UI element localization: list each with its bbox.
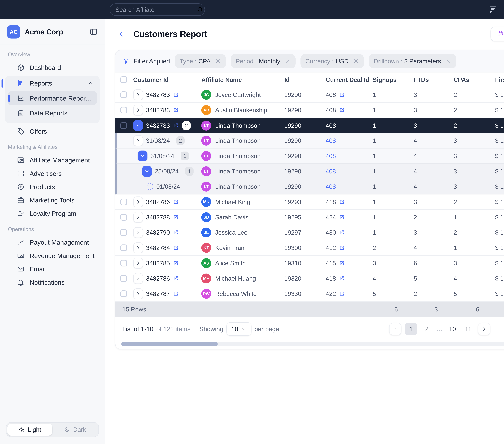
column-header-ftds[interactable]: FTDs — [414, 76, 454, 83]
current-deal-id[interactable]: 408 — [326, 137, 336, 144]
sidebar-item-dashboard[interactable]: Dashboard — [0, 61, 105, 74]
table-row[interactable]: 3482785ASAlice Smith19310415363$ 135.00$… — [115, 256, 504, 271]
remove-filter-icon[interactable] — [445, 58, 451, 64]
horizontal-scrollbar[interactable] — [121, 342, 504, 346]
table-row[interactable]: 34827832LTLinda Thompson19290408132$ 102… — [115, 118, 504, 133]
row-checkbox[interactable] — [120, 122, 127, 129]
sidebar-item-reports[interactable]: Reports — [5, 76, 100, 91]
external-link-icon[interactable] — [339, 199, 345, 205]
collapse-sidebar-icon[interactable] — [90, 28, 98, 36]
remove-filter-icon[interactable] — [285, 58, 291, 64]
remove-filter-icon[interactable] — [215, 58, 221, 64]
column-header-affiliate-name[interactable]: Affiliate Name — [200, 76, 284, 83]
column-header-signups[interactable]: Signups — [373, 76, 414, 83]
column-header-cpas[interactable]: CPAs — [454, 76, 495, 83]
collapse-row-button[interactable] — [133, 120, 143, 131]
sidebar-item-notifications[interactable]: Notifications — [0, 276, 105, 289]
expand-row-button[interactable] — [133, 227, 143, 238]
external-link-icon[interactable] — [173, 92, 179, 98]
table-row[interactable]: 3482786MKMichael King19293418132$ 120.00… — [115, 194, 504, 210]
external-link-icon[interactable] — [339, 245, 345, 251]
external-link-icon[interactable] — [173, 245, 179, 251]
per-page-select[interactable]: 10 — [226, 322, 252, 336]
expand-row-button[interactable] — [133, 105, 143, 115]
theme-light-button[interactable]: Light — [7, 424, 53, 436]
select-all-checkbox[interactable] — [120, 76, 127, 83]
search-box[interactable] — [109, 3, 205, 16]
back-button[interactable] — [119, 30, 127, 38]
filter-chip-drilldown[interactable]: Drilldown :3 Parameters — [369, 54, 456, 68]
filter-chip-type[interactable]: Type :CPA — [175, 54, 226, 68]
row-checkbox[interactable] — [120, 199, 127, 205]
table-row[interactable]: 01/08/24LTLinda Thompson19290408143$ 110… — [115, 179, 504, 194]
row-checkbox[interactable] — [120, 275, 127, 282]
external-link-icon[interactable] — [339, 230, 345, 236]
row-checkbox[interactable] — [120, 229, 127, 236]
table-row[interactable]: 3482783ABAustin Blankenship19290408132$ … — [115, 103, 504, 118]
external-link-icon[interactable] — [173, 276, 179, 281]
row-checkbox[interactable] — [120, 92, 127, 98]
ask-ai-button[interactable]: Ask AI — [490, 27, 504, 41]
page-button-2[interactable]: 2 — [421, 323, 433, 335]
external-link-icon[interactable] — [339, 92, 345, 98]
filter-chip-currency[interactable]: Currency :USD — [301, 54, 364, 68]
sidebar-item-revenue-management[interactable]: Revenue Management — [0, 249, 105, 262]
current-deal-id[interactable]: 408 — [326, 152, 336, 160]
table-row[interactable]: 3482790JLJessica Lee19297430132$ 140.00$… — [115, 225, 504, 240]
sidebar-item-payout-management[interactable]: Payout Management — [0, 236, 105, 249]
search-input[interactable] — [115, 6, 194, 13]
row-checkbox[interactable] — [120, 260, 127, 266]
row-checkbox[interactable] — [120, 291, 127, 297]
external-link-icon[interactable] — [173, 260, 179, 266]
collapse-row-button[interactable] — [138, 150, 147, 161]
row-checkbox[interactable] — [120, 214, 127, 221]
expand-row-button[interactable] — [133, 242, 143, 253]
next-page-button[interactable] — [478, 323, 490, 335]
external-link-icon[interactable] — [339, 276, 345, 281]
sidebar-item-products[interactable]: Products — [0, 180, 105, 193]
scrollbar-thumb[interactable] — [121, 342, 218, 346]
row-checkbox[interactable] — [120, 107, 127, 113]
table-row[interactable]: 3482786MHMichael Huang19320418454$ 150.0… — [115, 271, 504, 286]
external-link-icon[interactable] — [173, 214, 179, 220]
sidebar-item-data-reports[interactable]: Data Reports — [8, 106, 97, 120]
column-header-current-deal-id[interactable]: Current Deal Id — [326, 76, 373, 83]
sidebar-item-offers[interactable]: Offers — [0, 125, 105, 138]
external-link-icon[interactable] — [339, 214, 345, 220]
table-row[interactable]: 3482783JCJoyce Cartwright19290408132$ 10… — [115, 87, 504, 103]
expand-row-button[interactable] — [133, 212, 143, 223]
table-row[interactable]: 3482787RWRebecca White19330422525$ 165.0… — [115, 286, 504, 302]
table-row[interactable]: 25/08/241LTLinda Thompson19290408143$ 11… — [115, 164, 504, 179]
column-header-id[interactable]: Id — [284, 76, 326, 83]
external-link-icon[interactable] — [339, 260, 345, 266]
external-link-icon[interactable] — [173, 291, 179, 297]
expand-row-button[interactable] — [133, 135, 143, 146]
expand-row-button[interactable] — [133, 273, 143, 284]
table-row[interactable]: 3482788SDSarah Davis19295424121$ 130.00$… — [115, 210, 504, 225]
table-row[interactable]: 31/08/242LTLinda Thompson19290408143$ 11… — [115, 133, 504, 148]
collapse-row-button[interactable] — [142, 166, 152, 177]
remove-filter-icon[interactable] — [353, 58, 359, 64]
sidebar-item-email[interactable]: Email — [0, 262, 105, 276]
theme-dark-button[interactable]: Dark — [53, 424, 97, 436]
current-deal-id[interactable]: 408 — [326, 183, 336, 190]
external-link-icon[interactable] — [339, 291, 345, 297]
current-deal-id[interactable]: 408 — [326, 168, 336, 175]
previous-page-button[interactable] — [389, 323, 401, 335]
filter-chip-period[interactable]: Period :Monthly — [231, 54, 296, 68]
messages-icon[interactable] — [488, 5, 497, 14]
sidebar-item-advertisers[interactable]: Advertisers — [0, 167, 105, 180]
external-link-icon[interactable] — [339, 107, 345, 113]
column-header-first-deposits[interactable]: First Deposits — [495, 76, 504, 83]
external-link-icon[interactable] — [173, 199, 179, 205]
page-button-10[interactable]: 10 — [446, 323, 459, 335]
column-header-customer-id[interactable]: Customer Id — [132, 76, 200, 83]
expand-row-button[interactable] — [133, 258, 143, 269]
expand-row-button[interactable] — [133, 288, 143, 299]
table-row[interactable]: 3482784KTKevin Tran19300412241$ 120.00$ … — [115, 240, 504, 256]
expand-row-button[interactable] — [133, 197, 143, 207]
expand-row-button[interactable] — [133, 89, 143, 100]
external-link-icon[interactable] — [173, 123, 179, 129]
table-row[interactable]: 31/08/241LTLinda Thompson19290408143$ 11… — [115, 148, 504, 164]
external-link-icon[interactable] — [173, 107, 179, 113]
